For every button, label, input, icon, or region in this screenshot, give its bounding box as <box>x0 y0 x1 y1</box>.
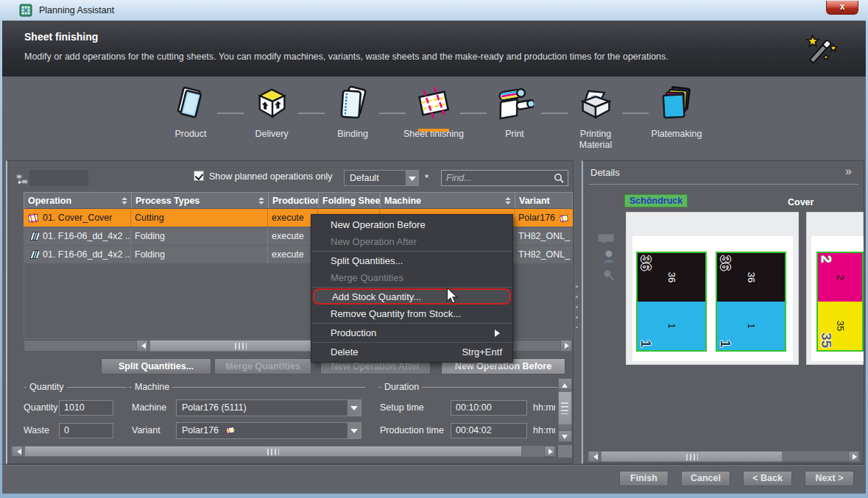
machine-label: Machine <box>132 402 166 413</box>
person-icon[interactable] <box>602 249 615 264</box>
panel-splitter[interactable] <box>576 285 578 328</box>
magnifier-icon[interactable] <box>602 268 615 282</box>
menu-item-add-stock-quantity[interactable]: Add Stock Quantity... <box>313 288 511 305</box>
merge-quantities-button[interactable]: Merge Quantities <box>214 358 311 374</box>
setup-time-unit: hh:mm <box>533 402 555 413</box>
column-header-process-types[interactable]: Process Types <box>132 193 269 208</box>
step-label: Platemaking <box>646 129 708 140</box>
operation-filter-box[interactable] <box>29 170 88 186</box>
scroll-left-button[interactable] <box>136 340 148 352</box>
waste-input[interactable]: 0 <box>59 423 113 438</box>
production-time-input[interactable]: 00:04:02 <box>451 423 527 438</box>
scroll-right-button[interactable] <box>544 446 555 457</box>
print-mode-badge: Schöndruck <box>624 194 688 207</box>
preset-modified-marker: * <box>425 172 428 183</box>
comment-icon[interactable] <box>598 232 615 245</box>
step-print[interactable]: Print <box>474 84 555 140</box>
step-label: Delivery <box>241 129 303 140</box>
scroll-thumb[interactable] <box>558 391 572 425</box>
menu-item-split-quantities[interactable]: Split Quantities... <box>311 252 512 269</box>
column-header-production[interactable]: Production <box>269 193 319 208</box>
menu-item-new-operation-after[interactable]: New Operation After <box>311 233 512 250</box>
find-input[interactable] <box>442 171 551 185</box>
quantity-group-title: Quantity <box>27 382 67 392</box>
menu-item-remove-quantity-from-stock[interactable]: Remove Quantity from Stock... <box>311 305 512 322</box>
production-time-label: Production time <box>380 425 444 435</box>
scroll-thumb[interactable] <box>24 446 522 457</box>
variant-value: Polar176 <box>182 425 219 435</box>
scroll-up-button[interactable] <box>558 378 572 390</box>
menu-separator <box>311 323 512 324</box>
chevron-down-icon[interactable] <box>347 423 361 438</box>
split-quantities-button[interactable]: Split Quantities... <box>101 358 211 374</box>
footer-divider-highlight <box>2 465 866 466</box>
setup-time-input[interactable]: 00:10:00 <box>451 400 527 416</box>
duration-group-title: Duration <box>381 382 422 392</box>
scroll-right-button[interactable] <box>848 451 859 462</box>
star-icon <box>807 35 818 46</box>
find-box[interactable] <box>441 170 568 186</box>
page-preview: 36 36 1 1 <box>716 252 786 352</box>
machine-group-title: Machine <box>132 382 172 392</box>
folding-icon <box>27 230 39 242</box>
menu-item-new-operation-before[interactable]: New Operation Before <box>311 216 512 233</box>
scroll-thumb[interactable] <box>601 451 783 462</box>
menu-item-production[interactable]: Production <box>311 324 512 341</box>
product-icon <box>172 84 210 122</box>
step-platemaking[interactable]: Platemaking <box>636 84 717 140</box>
scroll-left-button[interactable] <box>12 446 23 457</box>
menu-separator <box>311 342 512 343</box>
close-button[interactable]: x <box>826 1 858 15</box>
expand-panel-icon[interactable]: » <box>845 165 852 178</box>
show-planned-checkbox[interactable] <box>194 171 204 181</box>
search-icon[interactable] <box>554 173 565 184</box>
platemaking-icon <box>657 84 696 122</box>
column-header-operation[interactable]: Operation <box>24 193 132 208</box>
step-product[interactable]: Product <box>150 84 231 140</box>
active-step-indicator <box>418 129 449 132</box>
preset-value: Default <box>350 173 379 183</box>
variant-dropdown[interactable]: Polar176 <box>176 422 361 439</box>
scroll-down-button[interactable] <box>558 430 572 442</box>
menu-item-delete[interactable]: DeleteStrg+Entf <box>311 344 512 360</box>
chevron-down-icon[interactable] <box>405 171 418 185</box>
chevron-down-icon[interactable] <box>347 400 361 416</box>
step-binding[interactable]: Binding <box>312 84 393 140</box>
scroll-right-button[interactable] <box>560 340 572 352</box>
column-header-folding-sheet[interactable]: Folding Sheet <box>319 193 381 208</box>
preset-dropdown[interactable]: Default <box>344 170 419 186</box>
column-header-variant[interactable]: Variant <box>515 193 574 208</box>
cancel-button[interactable]: Cancel <box>681 471 730 486</box>
context-menu: New Operation Before New Operation After… <box>311 214 513 363</box>
column-header-machine[interactable]: Machine <box>381 193 515 208</box>
step-printing-material[interactable]: Printing Material <box>555 84 636 151</box>
wizard-header: Sheet finishing Modify or add operations… <box>2 21 866 77</box>
page-title: Sheet finishing <box>24 31 98 43</box>
scroll-left-button[interactable] <box>588 451 599 462</box>
sheet-preview[interactable]: 2 2 35 35 <box>806 212 864 365</box>
scroll-thumb[interactable] <box>149 340 331 352</box>
submenu-arrow-icon <box>495 330 504 337</box>
printing-material-icon <box>576 84 615 122</box>
sheet-title: Cover <box>788 197 814 207</box>
machine-dropdown[interactable]: Polar176 (5111) <box>176 399 361 416</box>
step-label: Print <box>484 129 546 140</box>
sheet-preview[interactable]: 36 36 1 1 36 36 1 1 <box>626 212 799 365</box>
next-button[interactable]: Next > <box>805 471 854 486</box>
step-label: Product <box>160 129 222 140</box>
back-button[interactable]: < Back <box>743 471 792 486</box>
tree-view-icon[interactable] <box>16 174 29 185</box>
menu-item-merge-quantities[interactable]: Merge Quantities <box>311 269 512 286</box>
title-bar[interactable]: Planning Assistant x <box>0 0 868 21</box>
folding-icon <box>27 249 39 260</box>
assistant-wand-icon <box>802 32 841 69</box>
finish-button[interactable]: Finish <box>619 471 668 486</box>
step-delivery[interactable]: Delivery <box>231 84 312 140</box>
star-icon <box>823 54 828 60</box>
details-divider <box>589 184 858 185</box>
menu-separator <box>311 251 512 252</box>
quantity-input[interactable]: 1010 <box>59 400 113 416</box>
setup-time-label: Setup time <box>380 402 424 413</box>
dialog-content: Sheet finishing Modify or add operations… <box>2 21 866 494</box>
sort-icon <box>502 197 511 204</box>
